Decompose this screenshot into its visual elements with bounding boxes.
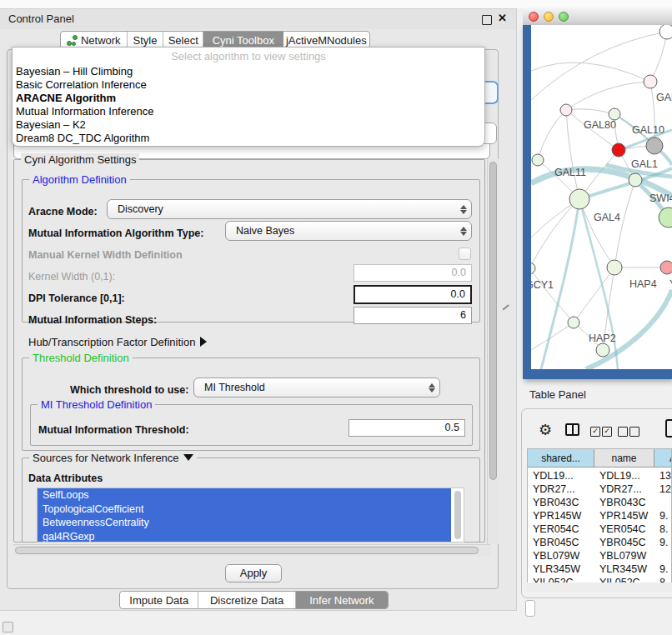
network-node[interactable] [646, 138, 663, 154]
tab-network[interactable]: Network [61, 32, 128, 48]
table-cell[interactable]: YBL079W [599, 550, 646, 562]
close-icon[interactable]: ✕ [498, 12, 507, 24]
tab-select[interactable]: Select [163, 32, 203, 48]
algorithm-option[interactable]: Dream8 DC_TDC Algorithm [16, 132, 481, 145]
network-edge [566, 82, 650, 110]
checked-checkbox-icon[interactable]: ✓ [590, 427, 600, 437]
table-cell[interactable]: 9. [659, 563, 668, 575]
network-node-label: GCY1 [531, 279, 554, 291]
table-cell[interactable]: 8. [659, 577, 668, 582]
mi-threshold-field[interactable]: 0.5 [349, 419, 465, 437]
tab-discretize-data[interactable]: Discretize Data [198, 592, 295, 608]
network-node[interactable] [569, 189, 589, 209]
kernel-width-field[interactable]: 0.0 [354, 264, 472, 282]
table-cell[interactable]: YLR345W [599, 563, 647, 575]
network-node[interactable] [659, 208, 672, 228]
network-node[interactable] [659, 25, 672, 39]
network-node[interactable] [596, 343, 609, 357]
table-cell[interactable]: YDL19... [599, 470, 640, 482]
network-node[interactable] [560, 104, 572, 116]
sources-toggle[interactable]: Sources for Network Inference [29, 452, 197, 464]
apply-button[interactable]: Apply [225, 564, 282, 582]
network-node[interactable] [629, 173, 642, 187]
table-cell[interactable]: YER054C [599, 523, 646, 535]
algorithm-option[interactable]: Bayesian – Hill Climbing [16, 65, 481, 78]
network-node[interactable] [568, 317, 579, 328]
tab-style[interactable]: Style [128, 32, 164, 48]
network-node-label: SWI4 [649, 192, 672, 204]
split-columns-icon[interactable] [565, 423, 579, 436]
mi-steps-field[interactable]: 6 [354, 307, 472, 324]
table-cell[interactable]: 12 [659, 483, 671, 495]
table-cell[interactable]: 9. [659, 510, 668, 522]
table-cell[interactable]: YPR145W [533, 510, 581, 522]
network-node[interactable] [531, 262, 535, 274]
table-cell[interactable]: YIL052C [533, 577, 574, 582]
unchecked-checkbox-icon[interactable] [629, 427, 639, 437]
network-node[interactable] [607, 260, 622, 275]
table-cell[interactable]: YER054C [533, 523, 579, 535]
table-cell[interactable]: YBR045C [599, 537, 646, 548]
close-traffic-icon[interactable] [529, 12, 539, 22]
table-cell[interactable]: YBR043C [599, 497, 646, 508]
tab-jactivemnodules[interactable]: jActiveMNodules [283, 32, 369, 48]
float-window-icon[interactable] [482, 15, 492, 25]
dpi-tolerance-field[interactable]: 0.0 [354, 285, 472, 304]
table-hscrollbar[interactable] [527, 582, 672, 592]
hub-definition-toggle[interactable]: Hub/Transcription Factor Definition [28, 336, 207, 348]
table-panel-title: Table Panel [529, 388, 586, 401]
network-node[interactable] [612, 143, 625, 157]
table-cell[interactable]: YBR043C [533, 497, 579, 508]
settings-hscrollbar-thumb[interactable] [15, 547, 479, 554]
algorithm-option[interactable]: ARACNE Algorithm [16, 92, 481, 105]
algorithm-option[interactable]: Mutual Information Inference [16, 105, 481, 118]
network-edge [531, 199, 579, 268]
settings-hscrollbar[interactable] [13, 544, 490, 556]
algorithm-option[interactable]: Bayesian – K2 [16, 118, 481, 132]
column-header[interactable]: name [594, 449, 654, 468]
table-cell[interactable]: YBL079W [533, 550, 579, 562]
table-cell[interactable]: YDR27... [533, 483, 575, 495]
which-threshold-select[interactable]: MI Threshold [193, 378, 440, 398]
table-cell[interactable]: YBR045C [533, 537, 579, 548]
gear-icon[interactable]: ⚙ [539, 421, 552, 439]
data-attributes-list[interactable]: SelfLoopsTopologicalCoefficientBetweenne… [37, 488, 464, 542]
checked-checkbox-icon[interactable]: ✓ [602, 427, 612, 437]
document-icon[interactable] [665, 419, 672, 438]
table-cell[interactable]: 8. [659, 523, 668, 535]
network-node[interactable] [532, 154, 544, 166]
table-cell[interactable]: YPR145W [599, 510, 648, 522]
tab-impute-data[interactable]: Impute Data [120, 592, 198, 608]
node-table[interactable]: shared...nameA YDL19...YDL19...13YDR27..… [527, 448, 672, 582]
attribute-list-item[interactable]: TopologicalCoefficient [38, 502, 451, 517]
table-cell[interactable]: YDR27... [599, 483, 642, 495]
network-node[interactable] [609, 108, 620, 120]
tab-infer-network[interactable]: Infer Network [296, 592, 388, 608]
network-window-titlebar[interactable] [523, 7, 672, 26]
column-header[interactable]: shared... [528, 449, 594, 468]
attribute-list-item[interactable]: SelfLoops [38, 488, 451, 502]
table-cell[interactable]: YDL19... [533, 470, 574, 482]
manual-kernel-checkbox[interactable] [459, 248, 471, 260]
unchecked-checkbox-icon[interactable] [618, 427, 628, 437]
table-cell[interactable]: YLR345W [533, 563, 580, 575]
tab-cyni-toolbox[interactable]: Cyni Toolbox [203, 32, 283, 48]
network-node[interactable] [660, 261, 672, 274]
settings-vscrollbar[interactable] [487, 159, 499, 544]
mi-type-select[interactable]: Naive Bayes [225, 221, 472, 241]
zoom-traffic-icon[interactable] [559, 12, 569, 22]
minimized-panel-icon[interactable] [3, 622, 13, 632]
list-vscrollbar-thumb[interactable] [454, 491, 461, 539]
table-cell[interactable]: YIL052C [599, 577, 640, 582]
attribute-list-item[interactable]: gal4RGexp [38, 530, 451, 543]
minimize-traffic-icon[interactable] [544, 12, 554, 22]
attribute-list-item[interactable]: BetweennessCentrality [38, 516, 451, 530]
settings-vscrollbar-thumb[interactable] [489, 162, 497, 480]
network-node[interactable] [644, 75, 657, 88]
table-cell[interactable]: 9. [659, 537, 668, 548]
column-header[interactable]: A [654, 449, 672, 468]
network-canvas[interactable]: GALGAL80GAL10GAL1GAL11SWI4GAL4GCY1HAP4YH… [531, 25, 672, 369]
aracne-mode-select[interactable]: Discovery [107, 199, 472, 219]
table-cell[interactable]: 13 [659, 470, 671, 482]
algorithm-option[interactable]: Basic Correlation Inference [16, 78, 481, 92]
